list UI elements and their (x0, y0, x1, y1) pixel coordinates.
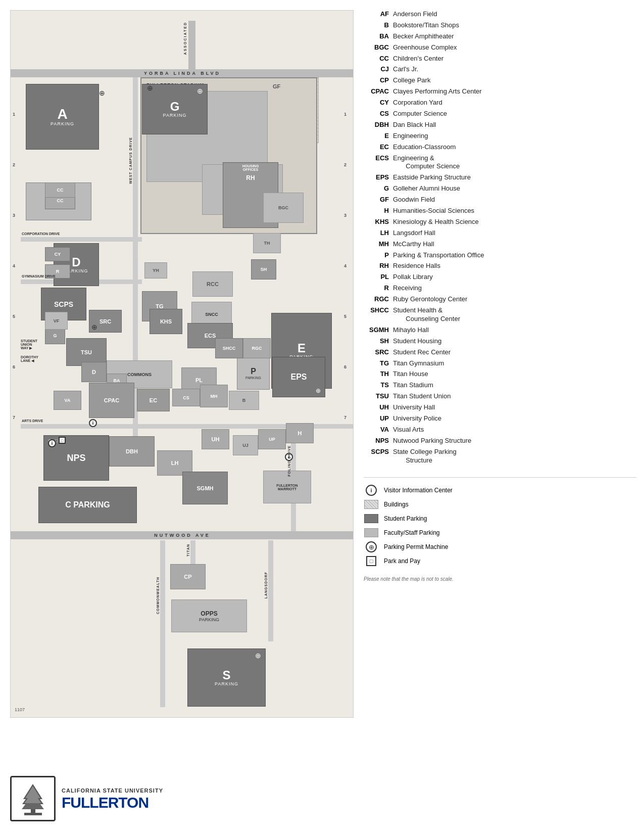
legend-code-p: P (364, 251, 389, 260)
cy-building: CY (45, 247, 70, 261)
legend-cpac: CPAC Clayes Performing Arts Center (364, 87, 636, 96)
legend-code-khs: KHS (364, 218, 389, 226)
university-fullerton: FULLERTON (62, 795, 163, 810)
parking-g-letter: G (170, 101, 180, 113)
legend-src: SRC Student Rec Center (364, 348, 636, 357)
legend-code-sh: SH (364, 337, 389, 346)
grid-marker-r5: 5 (344, 314, 346, 319)
cs-building: CS (172, 389, 200, 406)
legend-code-tsu: TSU (364, 392, 389, 401)
legend-code-cpac: CPAC (364, 87, 389, 96)
legend-cc: CC Children's Center (364, 55, 636, 63)
opps-label: OPPS (201, 610, 217, 617)
opps-parking: OPPS PARKING (171, 599, 247, 632)
commonwealth-label: COMMONWEALTH (156, 577, 160, 614)
legend-ba: BA Becker Amphitheater (364, 32, 636, 41)
permit-marker-g: ⊕ (147, 84, 153, 92)
legend-uh: UH University Hall (364, 403, 636, 412)
legend-cs: CS Computer Science (364, 110, 636, 118)
legend-cj: CJ Carl's Jr. (364, 65, 636, 74)
legend-nps: NPS Nutwood Parking Structure (364, 437, 636, 445)
buildings-label: Buildings (384, 501, 409, 508)
legend-desc-dbh: Dan Black Hall (393, 121, 436, 129)
legend-code-cc: CC (364, 55, 389, 63)
legend-desc-eps: Eastside Parking Structure (393, 173, 471, 182)
legend-code-nps: NPS (364, 437, 389, 445)
titan-label: TITAN (186, 544, 190, 557)
gymnasium-drive-label: GYMNASIUM DRIVE (22, 274, 56, 278)
legend-code-r: R (364, 284, 389, 293)
symbol-park-pay: □ Park and Pay (364, 556, 636, 566)
symbol-faculty-parking: Faculty/Staff Parking (364, 528, 636, 538)
legend-desc-src: Student Rec Center (393, 348, 451, 357)
parking-d-letter: D (72, 256, 80, 268)
visitor-info-label: Visitor Information Center (384, 487, 453, 494)
legend-symbols: i Visitor Information Center Buildings S… (364, 477, 636, 566)
legend-desc-cy: Corporation Yard (393, 99, 442, 107)
symbol-visitor: i Visitor Information Center (364, 485, 636, 495)
b-building: B (229, 391, 259, 410)
cc-small: CC (45, 182, 75, 198)
langsdorf-label: LANGSDORF (264, 572, 268, 598)
permit-marker-src: ⊕ (91, 323, 97, 331)
legend-code-cy: CY (364, 99, 389, 107)
langsdorf-road (268, 540, 273, 641)
legend-code-ecs: ECS (364, 154, 389, 163)
permit-machine-icon: ⊕ (364, 542, 379, 552)
legend-desc-r: Receiving (393, 284, 422, 293)
legend-khs: KHS Kinesiology & Health Science (364, 218, 636, 226)
legend-desc-lh: Langsdorf Hall (393, 229, 435, 238)
legend-desc-th: Titan House (393, 370, 428, 379)
legend-desc-rh: Residence Halls (393, 262, 440, 270)
legend-rh: RH Residence Halls (364, 262, 636, 270)
faculty-parking-icon (364, 528, 379, 538)
legend-desc-e: Engineering (393, 132, 428, 141)
opps-type: PARKING (199, 617, 219, 622)
legend-code-mh: MH (364, 240, 389, 249)
legend-desc-g: Golleher Alumni House (393, 184, 460, 193)
dorothy-lane-label: DOROTHYLANE ◀ (21, 355, 38, 363)
parking-e-letter: E (298, 342, 306, 354)
grid-marker-2: 2 (13, 162, 15, 167)
legend-ts: TS Titan Stadium (364, 381, 636, 390)
legend-list: AF Anderson Field B Bookstore/Titan Shop… (364, 10, 636, 467)
yorba-linda-blvd: YORBA LINDA BLVD (11, 69, 354, 77)
parking-eps: EPS ⊕ (272, 357, 325, 397)
rh-label: RH (223, 173, 278, 183)
dbh-building: DBH (109, 436, 155, 467)
legend-area: AF Anderson Field B Bookstore/Titan Shop… (364, 10, 636, 718)
grid-marker-r3: 3 (344, 213, 346, 218)
th-building: TH (253, 233, 281, 253)
campus-map: YORBA LINDA BLVD NUTWOOD AVE ASSOCIATED … (10, 10, 354, 718)
visitor-info-nps: i (48, 439, 56, 447)
legend-code-b: B (364, 21, 389, 30)
legend-gf: GF Goodwin Field (364, 196, 636, 204)
khs-building: KHS (150, 309, 182, 334)
legend-code-shcc: SHCC (364, 306, 389, 315)
legend-code-va: VA (364, 426, 389, 434)
arts-drive-label: ARTS DRIVE (22, 419, 43, 423)
shcc-building: SHCC (215, 338, 243, 358)
legend-desc-ba: Becker Amphitheater (393, 32, 454, 41)
uj-building: UJ (233, 435, 258, 455)
associated-road (188, 21, 195, 70)
legend-code-src: SRC (364, 348, 389, 357)
legend-desc-gf: Goodwin Field (393, 196, 435, 204)
d-building: D (81, 362, 107, 382)
csuf-tree-svg (14, 780, 52, 818)
h-building: H (286, 423, 314, 443)
legend-desc-ts: Titan Stadium (393, 381, 433, 390)
park-pay-nps: □ (59, 437, 66, 444)
symbol-permit-machine: ⊕ Parking Permit Machine (364, 542, 636, 552)
cpac-building: CPAC (89, 383, 134, 418)
vf-building: VF (45, 312, 68, 330)
eps-label: EPS (290, 373, 307, 382)
yh-building: YH (144, 262, 167, 279)
cp-building: CP (170, 564, 206, 589)
housing-label: HOUSINGOFFICES (223, 163, 278, 173)
legend-pl: PL Pollak Library (364, 273, 636, 282)
folino-drive-label: FOLINO DRIVE (287, 445, 291, 477)
legend-desc-rgc: Ruby Gerontology Center (393, 295, 467, 304)
symbol-buildings: Buildings (364, 499, 636, 509)
va-building: VA (54, 391, 81, 410)
